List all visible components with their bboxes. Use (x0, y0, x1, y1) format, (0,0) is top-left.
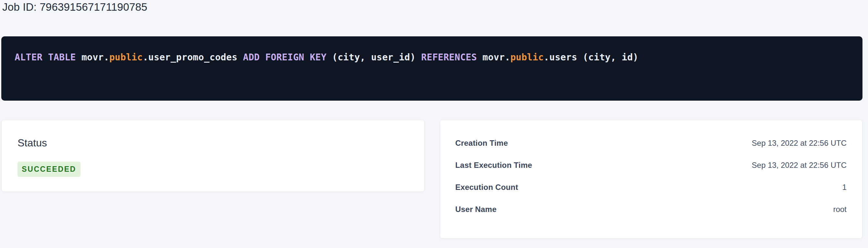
detail-value: Sep 13, 2022 at 22:56 UTC (752, 161, 846, 170)
detail-row: Last Execution Time Sep 13, 2022 at 22:5… (456, 154, 847, 176)
sql-token: . (104, 52, 110, 63)
sql-token: users (city, id) (549, 52, 639, 63)
sql-token: movr (82, 52, 104, 63)
detail-value: root (833, 205, 846, 214)
sql-token: . (544, 52, 549, 63)
detail-label: User Name (456, 205, 497, 214)
detail-label: Last Execution Time (456, 161, 532, 170)
detail-row: Creation Time Sep 13, 2022 at 22:56 UTC (456, 132, 847, 154)
sql-token: REFERENCES (421, 52, 483, 63)
sql-token: ADD FOREIGN KEY (243, 52, 332, 63)
detail-row: Execution Count 1 (456, 176, 847, 198)
detail-label: Execution Count (456, 183, 518, 192)
sql-token: . (505, 52, 510, 63)
sql-token: (city, user_id) (332, 52, 421, 63)
detail-label: Creation Time (456, 138, 508, 148)
sql-token: movr (483, 52, 505, 63)
sql-token: public (110, 52, 143, 63)
job-details-page: Job ID: 796391567171190785 ALTER TABLE m… (0, 0, 868, 239)
sql-token: ALTER TABLE (14, 52, 82, 63)
summary-cards: Status SUCCEEDED Creation Time Sep 13, 2… (1, 120, 863, 239)
detail-value: Sep 13, 2022 at 22:56 UTC (752, 138, 846, 148)
sql-token: . (143, 52, 148, 63)
sql-statement-box: ALTER TABLE movr.public.user_promo_codes… (1, 36, 863, 101)
status-badge: SUCCEEDED (18, 162, 81, 177)
detail-row: User Name root (456, 198, 847, 220)
page-title: Job ID: 796391567171190785 (1, 0, 863, 14)
status-card-title: Status (18, 136, 409, 149)
detail-value: 1 (842, 183, 846, 192)
details-card: Creation Time Sep 13, 2022 at 22:56 UTC … (440, 120, 863, 239)
status-card: Status SUCCEEDED (1, 120, 425, 192)
sql-token: user_promo_codes (148, 52, 243, 63)
sql-token: public (510, 52, 544, 63)
